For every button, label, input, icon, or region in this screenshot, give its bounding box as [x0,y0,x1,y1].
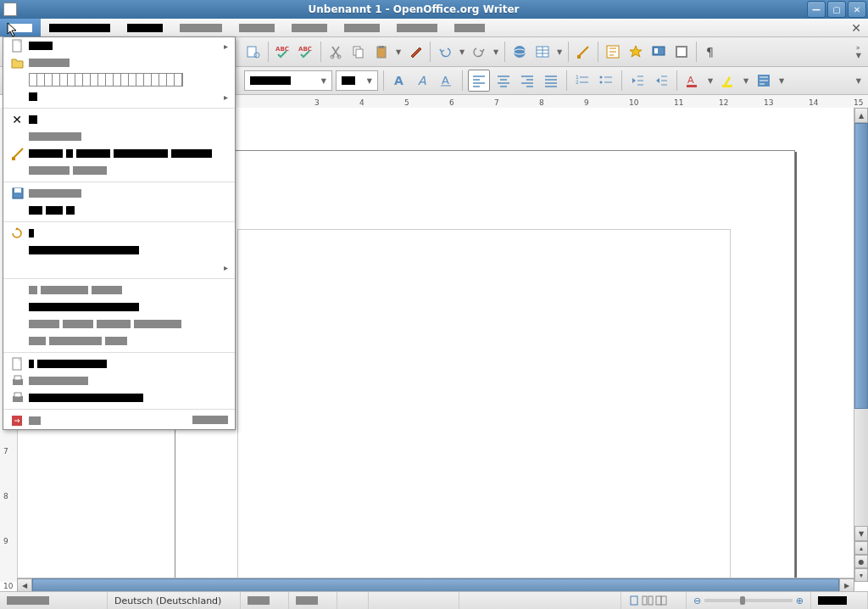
style-combo[interactable]: ▼ [244,70,332,91]
signature-cell[interactable] [369,592,459,609]
menu-item-8[interactable] [446,19,493,36]
maximize-button[interactable]: ▢ [827,1,846,18]
selection-mode-cell[interactable] [289,592,337,609]
menu-entry[interactable] [3,128,235,145]
table-button[interactable] [532,42,553,62]
menu-entry[interactable]: ✕ [3,111,235,128]
menu-entry[interactable] [3,355,235,372]
zoom-out-icon[interactable]: ⊖ [693,595,701,606]
dropdown-arrow-icon[interactable]: ▼ [458,48,466,56]
menu-item-5[interactable] [283,19,336,36]
menu-item-0[interactable] [0,19,41,36]
menu-entry[interactable]: ▸ [3,37,235,54]
zoom-slider[interactable] [704,599,793,602]
vertical-scrollbar[interactable]: ▲ ▼ ▴ ● ▾ [854,108,868,582]
paste-button[interactable] [371,42,392,62]
next-page-button[interactable]: ▾ [854,568,868,582]
view-layout-cell[interactable] [621,592,687,609]
align-justify-button[interactable] [541,70,561,91]
undo-button[interactable] [435,42,455,62]
menu-entry[interactable] [3,145,235,162]
dropdown-arrow-icon[interactable]: ▼ [394,48,403,56]
zoom-in-icon[interactable]: ⊕ [796,595,804,606]
menu-entry[interactable] [3,316,235,332]
menu-entry[interactable]: ▸ [3,88,235,105]
font-color-button[interactable]: A [682,70,703,91]
gallery-button[interactable] [626,42,646,62]
zoom-button[interactable] [671,42,692,62]
menu-item-1[interactable] [41,19,119,36]
datasources-button[interactable] [648,42,669,62]
highlight-button[interactable] [718,70,738,91]
scroll-up-button[interactable]: ▲ [854,108,868,123]
align-right-button[interactable] [517,70,537,91]
hscroll-thumb[interactable] [32,578,839,592]
toolbar-overflow-icon[interactable]: »▼ [853,44,865,59]
numbered-list-button[interactable]: 12 [572,70,593,91]
menu-entry[interactable] [3,412,235,429]
bullet-list-button[interactable] [596,70,616,91]
menu-entry[interactable] [3,332,235,349]
book-icon[interactable] [655,595,667,606]
cut-button[interactable] [326,42,346,62]
horizontal-scrollbar[interactable]: ◀ ▶ [17,578,854,592]
font-size-combo[interactable]: ▼ [336,70,378,91]
menu-entry[interactable] [3,71,235,88]
scroll-left-button[interactable]: ◀ [17,578,32,592]
scroll-right-button[interactable]: ▶ [839,578,854,592]
zoom-cell[interactable]: ⊖ ⊕ [687,592,811,609]
italic-button[interactable]: A [413,70,433,91]
insert-mode-cell[interactable] [241,592,289,609]
show-draw-button[interactable] [573,42,593,62]
close-document-button[interactable]: ✕ [851,19,861,36]
spellcheck-button[interactable]: ABC [273,42,293,62]
single-page-icon[interactable] [628,595,640,606]
menu-entry[interactable] [3,185,235,202]
nonprinting-button[interactable]: ¶ [701,42,721,62]
nav-button[interactable]: ● [854,555,868,568]
copy-button[interactable] [348,42,369,62]
menu-item-7[interactable] [388,19,446,36]
dropdown-arrow-icon[interactable]: ▼ [492,48,500,56]
menu-item-3[interactable] [171,19,231,36]
scroll-thumb[interactable] [854,123,868,409]
autospell-button[interactable]: ABC [296,42,316,62]
menu-item-6[interactable] [336,19,388,36]
dropdown-arrow-icon[interactable]: ▼ [777,77,786,85]
align-center-button[interactable] [493,70,514,91]
zoom-percent-cell[interactable] [811,592,868,609]
redo-button[interactable] [469,42,489,62]
page-number-cell[interactable] [0,592,108,609]
scroll-down-button[interactable]: ▼ [854,526,868,541]
decrease-indent-button[interactable] [627,70,648,91]
menu-entry[interactable] [3,54,235,71]
menu-item-4[interactable] [231,19,283,36]
menu-entry[interactable] [3,282,235,299]
page-preview-button[interactable] [243,42,264,62]
format-paintbrush-button[interactable] [405,42,426,62]
menu-entry[interactable] [3,242,235,259]
increase-indent-button[interactable] [651,70,671,91]
menu-entry[interactable]: ▸ [3,259,235,276]
menu-entry[interactable] [3,162,235,179]
menu-entry[interactable] [3,225,235,242]
menu-entry[interactable] [3,299,235,316]
navigator-button[interactable] [603,42,623,62]
align-left-button[interactable] [468,70,490,92]
dropdown-arrow-icon[interactable]: ▼ [706,77,715,85]
minimize-button[interactable]: — [807,1,826,18]
menu-entry[interactable] [3,372,235,389]
menu-entry[interactable] [3,202,235,219]
dropdown-arrow-icon[interactable]: ▼ [742,77,750,85]
language-cell[interactable]: Deutsch (Deutschland) [108,592,241,609]
toolbar-overflow-icon[interactable]: ▼ [853,77,865,85]
underline-button[interactable]: A [437,70,457,91]
prev-page-button[interactable]: ▴ [854,541,868,555]
menu-entry[interactable] [3,389,235,406]
multi-page-icon[interactable] [642,595,654,606]
close-window-button[interactable]: ✕ [848,1,866,18]
hyperlink-button[interactable] [509,42,530,62]
menu-item-2[interactable] [119,19,171,36]
bold-button[interactable]: A [389,70,409,91]
background-color-button[interactable] [754,70,774,91]
